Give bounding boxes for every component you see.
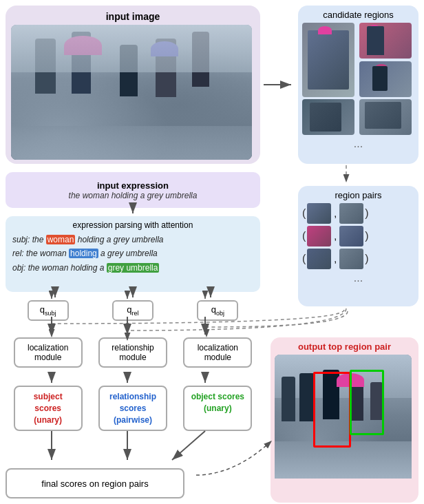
obj-sub: obj <box>216 310 224 317</box>
parsing-title: expression parsing with attention <box>12 220 253 230</box>
rel-label: rel: the woman <box>12 249 69 258</box>
thumb-3 <box>359 61 412 97</box>
obj-highlight: grey umbrella <box>107 263 160 273</box>
score-row: subject scores (unary) relationship scor… <box>6 386 260 431</box>
obj-label: obj: the woman holding a <box>12 263 107 273</box>
subject-label: subject scores (unary) <box>34 392 63 425</box>
pair-thumb-1b <box>339 203 363 224</box>
pair-open-2: ( <box>302 230 306 242</box>
pair-thumb-3b <box>339 249 363 269</box>
parsing-box: expression parsing with attention subj: … <box>6 216 260 292</box>
input-expression-text: the woman holding a grey umbrella <box>69 191 198 200</box>
output-scene <box>275 355 412 479</box>
query-obj-node: qobj <box>197 300 238 321</box>
parsing-obj-line: obj: the woman holding a grey umbrella <box>12 261 253 275</box>
region-pairs-box: region pairs ( , ) ( , ) ( , ) ... <box>298 186 418 306</box>
localization-module-1: localization module <box>14 337 83 368</box>
candidate-regions-label: candidate regions <box>302 10 414 20</box>
candidate-regions-box: candidate regions ... <box>298 6 418 164</box>
thumb-4 <box>302 99 354 135</box>
candidate-dots: ... <box>302 138 414 150</box>
thumb-2 <box>359 23 412 59</box>
relationship-scores-box: relationship scores (pairwise) <box>98 386 167 431</box>
region-pairs-label: region pairs <box>302 190 414 200</box>
rel-highlight: holding <box>69 249 98 258</box>
output-image <box>275 355 412 479</box>
pair-row-1: ( , ) <box>302 203 414 224</box>
region-thumbnails <box>302 23 414 135</box>
output-box: output top region pair <box>271 337 418 503</box>
parsing-rel-line: rel: the woman holding a grey umbrella <box>12 246 253 260</box>
bbox-green <box>350 370 384 435</box>
pair-row-3: ( , ) <box>302 249 414 269</box>
subj-highlight: woman <box>46 235 76 244</box>
relationship-label: relationship scores (pairwise) <box>109 392 156 425</box>
object-scores-box: object scores (unary) <box>183 386 252 431</box>
thumb-1 <box>302 23 354 97</box>
object-label: object scores (unary) <box>191 392 244 413</box>
bbox-red <box>313 372 351 448</box>
pair-thumb-1a <box>307 203 331 224</box>
input-image <box>11 25 252 160</box>
module-row: localization module relationship module … <box>6 337 260 368</box>
parsing-subj-line: subj: the woman holding a grey umbrella <box>12 233 253 246</box>
subject-scores-box: subject scores (unary) <box>14 386 83 431</box>
rel-sub: rel <box>132 310 139 317</box>
input-image-box: input image <box>6 6 260 164</box>
pair-close-1: ) <box>365 207 368 220</box>
final-scores-box: final scores on region pairs <box>6 468 184 498</box>
pair-comma-3: , <box>334 253 337 264</box>
output-label: output top region pair <box>275 342 414 352</box>
pair-comma-1: , <box>334 208 337 219</box>
subj-label: subj: the <box>12 235 46 244</box>
pair-row-2: ( , ) <box>302 226 414 246</box>
pair-thumb-2b <box>339 226 363 246</box>
subj-sub: subj <box>45 310 56 317</box>
query-row: qsubj qrel qobj <box>6 300 260 321</box>
thumb-5 <box>359 99 412 135</box>
input-image-label: input image <box>11 11 255 22</box>
region-pairs-dots: ... <box>302 272 414 284</box>
pair-close-2: ) <box>365 230 368 242</box>
pair-open-3: ( <box>302 253 306 265</box>
relationship-module: relationship module <box>98 337 167 368</box>
pair-thumb-2a <box>307 226 331 246</box>
pair-thumb-3a <box>307 249 331 269</box>
input-expression-label: input expression <box>97 180 169 191</box>
subj-rest: holding a grey umbrella <box>75 235 163 244</box>
diagram: input image candidate regions <box>0 0 424 504</box>
pair-open-1: ( <box>302 207 306 220</box>
final-scores-label: final scores on region pairs <box>41 479 148 489</box>
crowd-scene <box>11 25 252 160</box>
svg-line-19 <box>172 431 205 460</box>
pair-comma-2: , <box>334 231 337 242</box>
localization-module-2: localization module <box>183 337 252 368</box>
rel-rest: a grey umbrella <box>98 249 158 258</box>
query-rel-node: qrel <box>112 300 153 321</box>
pair-close-3: ) <box>365 253 368 265</box>
query-subj-node: qsubj <box>28 300 69 321</box>
input-expression-box: input expression the woman holding a gre… <box>6 172 260 208</box>
